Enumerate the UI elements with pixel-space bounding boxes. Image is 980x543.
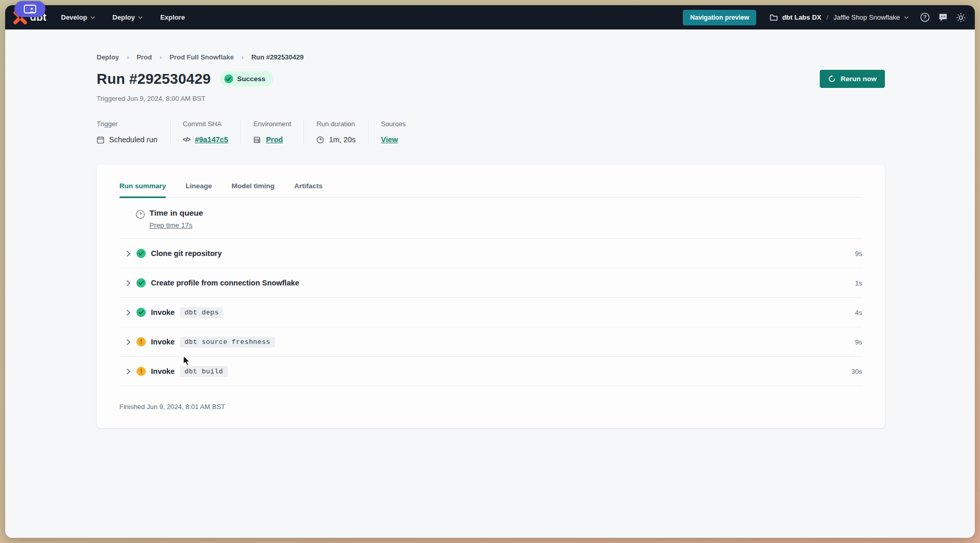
clock-icon: [316, 136, 324, 144]
breadcrumb: Deploy › Prod › Prod Full Snowflake › Ru…: [97, 53, 885, 61]
warning-icon: !: [136, 337, 146, 346]
step-row-dbt-build[interactable]: ! Invoke dbt build 30s: [119, 357, 862, 386]
top-navbar: dbt Develop Deploy Explore Navigation pr…: [5, 5, 975, 29]
refresh-icon: [828, 75, 836, 83]
project-name: Jaffle Shop Snowflake: [834, 13, 900, 21]
tab-run-summary[interactable]: Run summary: [119, 182, 166, 197]
meta-environment: Environment Prod: [240, 120, 303, 144]
command-chip: dbt build: [180, 366, 228, 377]
trigger-value: Scheduled run: [109, 135, 158, 144]
command-chip: dbt source freshness: [180, 337, 275, 348]
step-duration: 1s: [855, 279, 862, 287]
warning-icon: !: [136, 367, 146, 376]
navbar-icon-group: ?: [919, 12, 967, 23]
environment-link[interactable]: Prod: [266, 135, 283, 144]
run-summary-card: Run summary Lineage Model timing Artifac…: [97, 164, 885, 428]
chevron-down-icon: [90, 16, 95, 19]
tab-model-timing[interactable]: Model timing: [232, 182, 274, 197]
step-duration: 30s: [851, 368, 862, 375]
feedback-icon[interactable]: [937, 12, 948, 23]
step-duration: 9s: [855, 338, 862, 346]
breadcrumb-current-run: Run #292530429: [251, 53, 303, 61]
main-nav: Develop Deploy Explore: [61, 13, 185, 21]
step-row-clone-git[interactable]: Clone git repository 9s: [119, 239, 862, 268]
tab-artifacts[interactable]: Artifacts: [294, 182, 323, 197]
nav-item-develop[interactable]: Develop: [61, 13, 95, 21]
meta-commit-sha: Commit SHA </> #9a147c5: [170, 120, 241, 144]
prep-time-link[interactable]: Prep time 17s: [149, 221, 192, 229]
chevron-right-icon[interactable]: [126, 280, 131, 286]
step-label: Invoke: [151, 338, 175, 346]
chevron-right-icon[interactable]: [126, 339, 131, 345]
account-project-selector[interactable]: dbt Labs DX / Jaffle Shop Snowflake: [770, 13, 909, 21]
breadcrumb-separator: ›: [160, 54, 162, 61]
step-row-create-profile[interactable]: Create profile from connection Snowflake…: [119, 268, 862, 298]
gear-icon[interactable]: [955, 12, 967, 23]
meta-trigger: Trigger Scheduled run: [97, 120, 170, 144]
run-metadata: Trigger Scheduled run Commit SHA </> #9a…: [97, 120, 885, 144]
nav-item-deploy[interactable]: Deploy: [113, 13, 143, 21]
step-label: Invoke: [151, 367, 175, 375]
navigation-preview-button[interactable]: Navigation preview: [683, 10, 756, 25]
run-detail-page: Deploy › Prod › Prod Full Snowflake › Ru…: [5, 29, 975, 538]
page-title: Run #292530429: [97, 71, 211, 87]
queue-clock-icon: [135, 209, 145, 219]
title-row: Run #292530429 Success Rerun now: [97, 70, 885, 88]
finished-timestamp: Finished Jun 9, 2024, 8:01 AM BST: [119, 386, 862, 419]
chevron-down-icon: [138, 16, 143, 19]
chevron-right-icon[interactable]: [126, 369, 131, 374]
breadcrumb-prod[interactable]: Prod: [136, 53, 152, 61]
breadcrumb-deploy[interactable]: Deploy: [97, 53, 119, 61]
step-label: Invoke: [151, 308, 175, 316]
command-chip: dbt deps: [180, 307, 223, 318]
success-check-icon: [224, 74, 233, 83]
screen-share-indicator[interactable]: [14, 1, 45, 17]
chevron-down-icon: [904, 16, 909, 19]
svg-text:?: ?: [923, 14, 926, 20]
sources-view-link[interactable]: View: [381, 135, 398, 144]
database-icon: [253, 136, 261, 144]
time-in-queue-row: Time in queue Prep time 17s: [119, 198, 862, 239]
status-badge-label: Success: [237, 75, 266, 83]
success-icon: [136, 249, 146, 258]
rerun-now-button[interactable]: Rerun now: [820, 70, 885, 88]
step-row-dbt-deps[interactable]: Invoke dbt deps 4s: [119, 298, 862, 327]
step-duration: 9s: [855, 250, 862, 258]
screen-share-icon: [24, 5, 36, 13]
tab-lineage[interactable]: Lineage: [186, 182, 212, 197]
chevron-right-icon[interactable]: [126, 310, 131, 315]
step-label: Create profile from connection Snowflake: [151, 279, 299, 287]
app-window: dbt Develop Deploy Explore Navigation pr…: [5, 5, 975, 538]
account-name: dbt Labs DX: [782, 13, 821, 21]
breadcrumb-separator: ›: [127, 54, 129, 61]
step-label: Clone git repository: [151, 249, 222, 258]
run-tabs: Run summary Lineage Model timing Artifac…: [119, 182, 862, 198]
calendar-icon: [97, 136, 104, 144]
folder-icon: [770, 14, 778, 21]
step-duration: 4s: [855, 309, 862, 316]
nav-item-explore[interactable]: Explore: [160, 13, 185, 21]
duration-value: 1m, 20s: [329, 135, 356, 144]
code-icon: </>: [183, 136, 190, 143]
chevron-right-icon[interactable]: [126, 251, 131, 257]
status-badge: Success: [220, 71, 273, 86]
step-row-dbt-source-freshness[interactable]: ! Invoke dbt source freshness 9s: [119, 327, 862, 357]
breadcrumb-job[interactable]: Prod Full Snowflake: [170, 53, 234, 61]
help-icon[interactable]: ?: [919, 12, 930, 23]
breadcrumb-separator: ›: [241, 54, 243, 61]
meta-run-duration: Run duration 1m, 20s: [303, 120, 368, 144]
queue-title: Time in queue: [149, 208, 203, 218]
path-separator: /: [826, 13, 829, 21]
success-icon: [136, 278, 146, 288]
triggered-timestamp: Triggered Jun 9, 2024, 8:00 AM BST: [97, 95, 885, 102]
commit-sha-link[interactable]: #9a147c5: [195, 135, 228, 144]
meta-sources: Sources View: [368, 120, 418, 144]
success-icon: [136, 308, 146, 317]
